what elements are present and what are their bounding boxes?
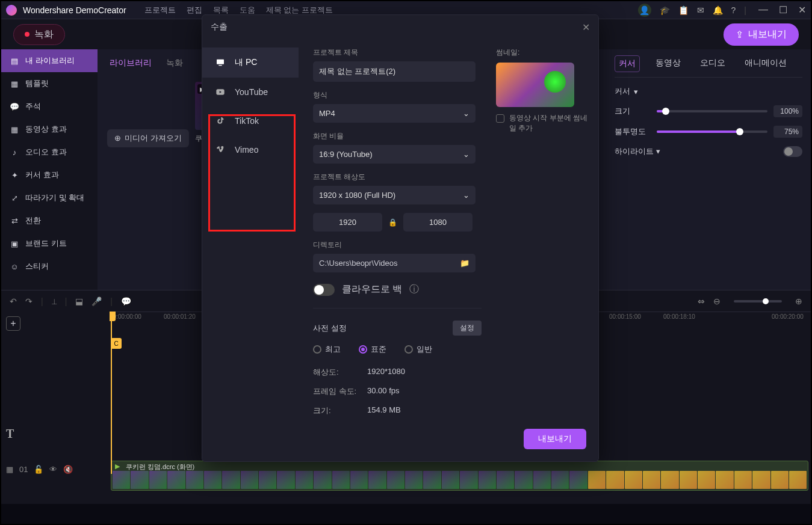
video-track-clip[interactable]: ▶ 쿠키런 킹덤.dcrc (화면)	[111, 461, 808, 491]
thumbnail-checkbox-row[interactable]: 동영상 시작 부분에 썸네일 추가	[496, 113, 590, 134]
cursor-heading-row: 커서 ▾	[615, 86, 802, 97]
sidebar-item-audio-fx[interactable]: ♪오디오 효과	[1, 141, 98, 164]
tab-record[interactable]: 녹화	[166, 58, 183, 69]
zoom-slider[interactable]	[734, 300, 782, 302]
zoom-out-icon[interactable]: ⊖	[713, 296, 721, 306]
cloud-backup-label: 클라우드로 백	[342, 283, 402, 296]
menu-edit[interactable]: 편집	[187, 5, 202, 16]
playhead[interactable]	[111, 312, 112, 474]
undo-icon[interactable]: ↶	[10, 296, 17, 306]
aspect-lock-icon[interactable]: 🔒	[388, 218, 397, 227]
width-input[interactable]: 1920	[313, 213, 382, 232]
format-select[interactable]: MP4⌄	[313, 104, 476, 123]
close-icon[interactable]: ✕	[798, 4, 806, 16]
add-track-button[interactable]: +	[6, 316, 20, 331]
mic-icon[interactable]: 🎤	[91, 296, 102, 306]
annotation-icon: 💬	[10, 102, 19, 111]
height-input[interactable]: 1080	[403, 213, 473, 232]
crop-icon[interactable]: ⟂	[52, 296, 57, 306]
minimize-icon[interactable]: —	[758, 4, 768, 16]
info-size: 크기:154.9 MB	[313, 405, 482, 416]
tab-audio[interactable]: 오디오	[696, 55, 729, 72]
sidebar-label: 전환	[25, 215, 41, 226]
sidebar-item-annotation[interactable]: 💬주석	[1, 95, 98, 118]
cloud-backup-row: 클라우드로 백 ⓘ	[313, 283, 482, 296]
preset-normal[interactable]: 일반	[404, 344, 432, 355]
sidebar-item-pan-zoom[interactable]: ⤢따라가기 및 확대	[1, 186, 98, 209]
opacity-slider[interactable]	[657, 130, 767, 133]
dest-label: 내 PC	[235, 57, 257, 68]
svg-rect-1	[218, 65, 222, 66]
track-count: 01	[19, 465, 28, 474]
menu-help[interactable]: 도움	[240, 5, 255, 16]
preset-row: 사전 설정 설정	[313, 321, 482, 336]
lock-icon[interactable]: 🔓	[34, 465, 43, 474]
folder-icon[interactable]: 📁	[460, 259, 470, 268]
video-fx-icon: ▦	[10, 125, 19, 134]
export-button[interactable]: ⇪ 내보내기	[724, 23, 799, 46]
directory-input[interactable]: C:\Users\beopr\Videos 📁	[313, 254, 476, 272]
tab-cursor[interactable]: 커서	[615, 55, 640, 72]
tab-animation[interactable]: 애니메이션	[741, 55, 790, 72]
maximize-icon[interactable]: ☐	[779, 4, 787, 16]
fit-icon[interactable]: ⇔	[698, 296, 705, 306]
info-icon[interactable]: ⓘ	[409, 283, 419, 296]
text-tool-icon[interactable]: T	[6, 427, 105, 441]
tab-video[interactable]: 동영상	[652, 55, 684, 72]
menu-project[interactable]: 프로젝트	[144, 5, 176, 16]
size-value[interactable]: 100%	[773, 105, 802, 117]
record-dot-icon	[25, 32, 29, 37]
export-dest-youtube[interactable]: YouTube	[202, 78, 299, 106]
export-dest-pc[interactable]: 내 PC	[202, 48, 299, 78]
export-dest-tiktok[interactable]: TikTok	[202, 106, 299, 135]
highlight-toggle[interactable]	[783, 146, 802, 157]
opacity-value[interactable]: 75%	[773, 126, 802, 138]
user-avatar-icon[interactable]: 👤	[638, 4, 651, 17]
clip-marker[interactable]: C	[111, 338, 122, 349]
dest-label: YouTube	[235, 87, 268, 97]
modal-header: 수출 ✕	[202, 15, 598, 39]
thumbnail-preview[interactable]	[496, 63, 574, 107]
sidebar-item-brand[interactable]: ▣브랜드 키트	[1, 232, 98, 255]
sidebar-item-templates[interactable]: ▦템플릿	[1, 72, 98, 95]
eye-icon[interactable]: 👁	[49, 465, 57, 474]
modal-close-icon[interactable]: ✕	[582, 22, 590, 33]
redo-icon[interactable]: ↷	[25, 296, 33, 306]
sidebar-item-library[interactable]: ▤내 라이브러리	[1, 49, 98, 72]
export-dest-vimeo[interactable]: Vimeo	[202, 135, 299, 164]
marker-icon[interactable]: ⬓	[75, 296, 83, 306]
export-icon: ⇪	[736, 29, 743, 40]
record-button[interactable]: 녹화	[13, 24, 65, 45]
chevron-down-icon[interactable]: ▾	[634, 87, 638, 96]
track-controls: ▦ 01 🔓 👁 🔇	[6, 465, 105, 474]
sidebar-item-cursor-fx[interactable]: ✦커서 효과	[1, 164, 98, 186]
project-title-input[interactable]: 제목 없는 프로젝트(2)	[313, 61, 476, 82]
menu-list[interactable]: 목록	[213, 5, 229, 16]
preset-standard[interactable]: 표준	[359, 344, 386, 355]
bell-icon[interactable]: 🔔	[713, 5, 723, 15]
modal-export-button[interactable]: 내보내기	[524, 429, 586, 449]
cloud-backup-toggle[interactable]	[313, 284, 335, 296]
track-icon[interactable]: ▦	[6, 465, 13, 474]
sidebar-item-video-fx[interactable]: ▦동영상 효과	[1, 118, 98, 141]
sidebar-item-transition[interactable]: ⇄전환	[1, 209, 98, 232]
aspect-select[interactable]: 16:9 (YouTube)⌄	[313, 145, 476, 164]
clip-play-icon: ▶	[115, 462, 120, 470]
import-media-button[interactable]: ⊕ 미디어 가져오기	[107, 129, 189, 147]
mute-icon[interactable]: 🔇	[63, 465, 73, 474]
chat-icon[interactable]: 💬	[121, 296, 131, 306]
mail-icon[interactable]: ✉	[697, 5, 704, 15]
sidebar-item-sticker[interactable]: ☺스티커	[1, 255, 98, 278]
clipboard-icon[interactable]: 📋	[678, 5, 689, 15]
tab-library[interactable]: 라이브러리	[110, 58, 152, 69]
radio-icon	[313, 345, 321, 354]
size-slider[interactable]	[657, 110, 767, 112]
graduation-icon[interactable]: 🎓	[660, 5, 670, 15]
zoom-in-icon[interactable]: ⊕	[795, 296, 802, 306]
pan-zoom-icon: ⤢	[10, 194, 19, 203]
resolution-select[interactable]: 1920 x 1080 (Full HD)⌄	[313, 186, 476, 204]
preset-best[interactable]: 최고	[313, 344, 341, 355]
menu-project-name[interactable]: 제목 없는 프로젝트	[266, 5, 333, 16]
preset-settings-button[interactable]: 설정	[453, 321, 482, 336]
help-icon[interactable]: ?	[731, 5, 736, 15]
